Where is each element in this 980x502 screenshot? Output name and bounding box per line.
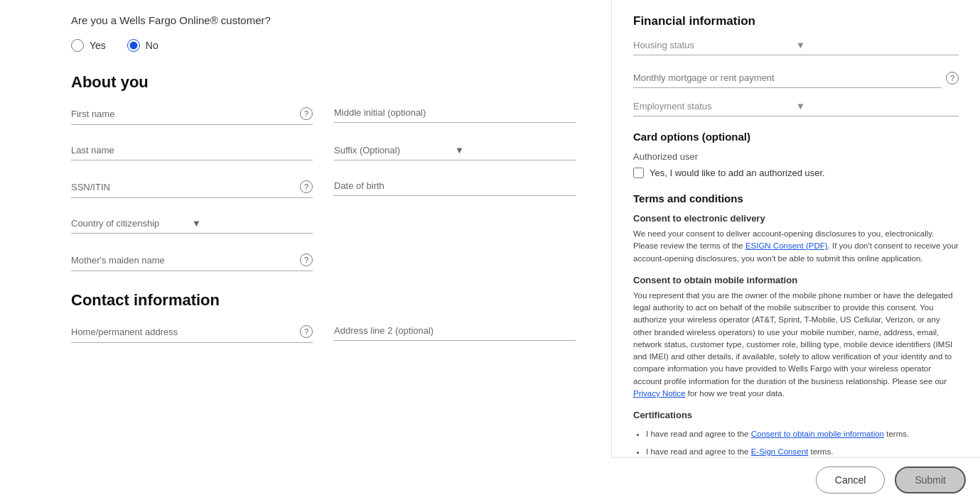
maiden-row: Mother's maiden name ?	[71, 253, 576, 271]
suffix-dropdown[interactable]: Suffix (Optional) ▼	[334, 145, 576, 160]
country-row: Country of citizenship ▼	[71, 218, 576, 234]
radio-no-text: No	[146, 40, 158, 51]
suffix-dropdown-arrow: ▼	[455, 145, 576, 155]
certifications-title: Certifications	[633, 410, 959, 420]
first-name-label: First name	[71, 109, 296, 119]
monthly-mortgage-input-row: ?	[633, 68, 959, 88]
monthly-mortgage-help-icon[interactable]: ?	[946, 72, 959, 84]
authorized-user-label: Authorized user	[633, 151, 959, 162]
maiden-spacer	[334, 253, 576, 271]
employment-status-label: Employment status	[633, 101, 796, 111]
consent-mobile-text2: for how we treat your data.	[686, 389, 785, 398]
home-address-label: Home/permanent address	[71, 327, 296, 337]
country-dropdown[interactable]: Country of citizenship ▼	[71, 218, 313, 234]
country-label: Country of citizenship	[71, 218, 192, 229]
middle-initial-field: Middle initial (optional)	[334, 107, 576, 125]
ssn-help-icon[interactable]: ?	[300, 180, 313, 193]
privacy-notice-link[interactable]: Privacy Notice	[633, 389, 686, 398]
monthly-mortgage-input[interactable]	[633, 68, 942, 88]
cert-esign-link[interactable]: E-Sign Consent	[751, 447, 809, 456]
authorized-user-section: Authorized user Yes, I would like to add…	[633, 151, 959, 178]
esign-consent-link[interactable]: ESIGN Consent (PDF)	[745, 241, 828, 250]
maiden-name-label: Mother's maiden name	[71, 255, 296, 266]
consent-mobile-title: Consent to obtain mobile information	[633, 275, 959, 285]
employment-status-field: Employment status ▼	[633, 101, 959, 116]
consent-delivery-title: Consent to electronic delivery	[633, 213, 959, 224]
authorized-checkbox-label[interactable]: Yes, I would like to add an authorized u…	[633, 168, 959, 178]
about-you-title: About you	[71, 73, 576, 92]
consent-delivery-body: We need your consent to deliver account-…	[633, 228, 959, 265]
terms-conditions-title: Terms and conditions	[633, 192, 959, 204]
bottom-action-bar: Cancel Submit	[611, 457, 980, 502]
financial-info-title: Financial information	[633, 14, 959, 28]
consent-delivery-subsection: Consent to electronic delivery We need y…	[633, 213, 959, 265]
name-row-2: Last name Suffix (Optional) ▼	[71, 145, 576, 160]
dob-label: Date of birth	[334, 180, 576, 191]
card-options-title: Card options (optional)	[633, 131, 959, 143]
maiden-name-help-icon[interactable]: ?	[300, 253, 313, 266]
housing-dropdown-arrow: ▼	[796, 40, 959, 50]
home-address-field: Home/permanent address ?	[71, 325, 313, 343]
housing-status-dropdown[interactable]: Housing status ▼	[633, 40, 959, 55]
name-row-1: First name ? Middle initial (optional)	[71, 107, 576, 125]
country-dropdown-arrow: ▼	[192, 218, 313, 229]
ssn-dob-row: SSN/ITIN ? Date of birth	[71, 180, 576, 198]
first-name-field: First name ?	[71, 107, 313, 125]
cert-mobile-link[interactable]: Consent to obtain mobile information	[751, 430, 884, 438]
authorized-checkbox-text: Yes, I would like to add an authorized u…	[650, 168, 825, 178]
consent-mobile-body: You represent that you are the owner of …	[633, 290, 959, 400]
suffix-field: Suffix (Optional) ▼	[334, 145, 576, 160]
employment-status-dropdown[interactable]: Employment status ▼	[633, 101, 959, 116]
dob-field: Date of birth	[334, 180, 576, 198]
monthly-mortgage-field: ?	[633, 68, 959, 88]
wf-online-question: Are you a Wells Fargo Online® customer?	[71, 14, 576, 26]
home-address-help-icon[interactable]: ?	[300, 325, 313, 338]
address-line2-field: Address line 2 (optional)	[334, 325, 576, 343]
consent-mobile-subsection: Consent to obtain mobile information You…	[633, 275, 959, 400]
housing-status-label: Housing status	[633, 40, 796, 50]
radio-yes-text: Yes	[90, 40, 106, 51]
cert-item-1: I have read and agree to the Consent to …	[646, 426, 959, 442]
address-row: Home/permanent address ? Address line 2 …	[71, 325, 576, 343]
employment-dropdown-arrow: ▼	[796, 101, 959, 111]
cancel-button[interactable]: Cancel	[816, 466, 885, 493]
housing-status-field: Housing status ▼	[633, 40, 959, 55]
consent-mobile-text1: You represent that you are the owner of …	[633, 291, 953, 386]
radio-no-label[interactable]: No	[127, 39, 158, 52]
authorized-checkbox[interactable]	[633, 168, 644, 178]
ssn-field: SSN/ITIN ?	[71, 180, 313, 198]
ssn-label: SSN/ITIN	[71, 182, 296, 192]
radio-yes-label[interactable]: Yes	[71, 39, 106, 52]
radio-yes[interactable]	[71, 39, 84, 52]
last-name-label: Last name	[71, 145, 313, 155]
radio-no[interactable]	[127, 39, 140, 52]
submit-button[interactable]: Submit	[895, 466, 966, 493]
wf-radio-group: Yes No	[71, 39, 576, 52]
maiden-name-field: Mother's maiden name ?	[71, 253, 313, 271]
country-field: Country of citizenship ▼	[71, 218, 313, 234]
country-spacer	[334, 218, 576, 234]
first-name-help-icon[interactable]: ?	[300, 107, 313, 120]
address-line2-label: Address line 2 (optional)	[334, 325, 576, 336]
middle-initial-label: Middle initial (optional)	[334, 107, 576, 118]
contact-info-title: Contact information	[71, 291, 576, 310]
suffix-label: Suffix (Optional)	[334, 145, 455, 155]
last-name-field: Last name	[71, 145, 313, 160]
